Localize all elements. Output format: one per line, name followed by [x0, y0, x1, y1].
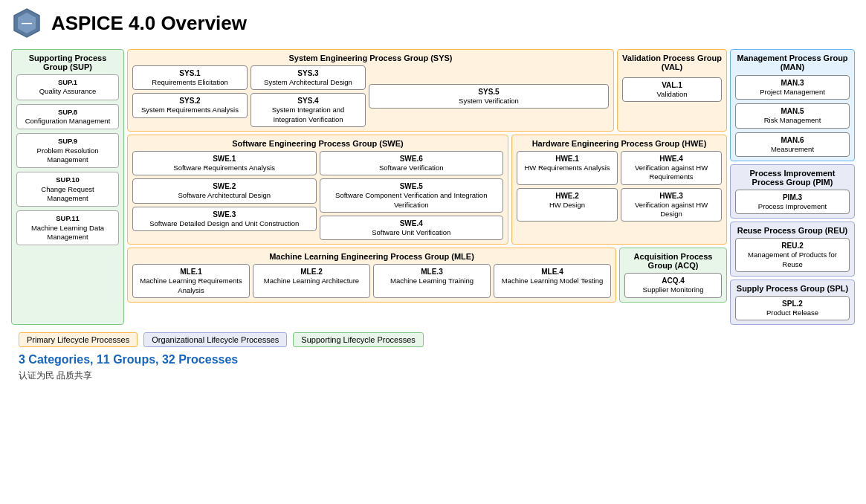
right-column: Management Process Group (MAN) MAN.3 Pro…: [730, 49, 855, 325]
swe3-box: SWE.3 Software Detailed Design and Unit …: [132, 207, 317, 231]
hwe3-box: HWE.3 Verification against HW Design: [621, 188, 722, 222]
svg-text:—: —: [22, 17, 32, 29]
header: — ASPICE 4.0 Overview: [11, 7, 855, 39]
swe1-box: SWE.1 Software Requirements Analysis: [132, 151, 317, 175]
man-title: Management Process Group (MAN): [735, 54, 850, 71]
swe4-box: SWE.4 Software Unit Verification: [320, 216, 504, 240]
legend-primary: Primary Lifecycle Processes: [19, 332, 138, 347]
page-title: ASPICE 4.0 Overview: [51, 12, 247, 35]
center-column: System Engineering Process Group (SYS) S…: [127, 49, 727, 325]
man3-box: MAN.3 Project Management: [735, 75, 850, 100]
sys-group: System Engineering Process Group (SYS) S…: [127, 49, 614, 132]
spl-title: Supply Process Group (SPL): [735, 284, 850, 293]
man5-box: MAN.5 Risk Management: [735, 103, 850, 128]
swe-title: Software Engineering Process Group (SWE): [132, 139, 503, 148]
pim3-box: PIM.3 Process Improvement: [735, 190, 850, 214]
mle1-box: MLE.1 Machine Learning Requirements Anal…: [132, 264, 250, 298]
man-group: Management Process Group (MAN) MAN.3 Pro…: [730, 49, 855, 161]
acq-title: Acquisition Process Group (ACQ): [624, 252, 722, 270]
val-group: Validation Process Group (VAL) VAL.1 Val…: [617, 49, 727, 132]
sup8-box: SUP.8 Configuration Management: [16, 104, 119, 130]
mle-group: Machine Learning Engineering Process Gro…: [127, 248, 616, 303]
mle4-box: MLE.4 Machine Learning Model Testing: [494, 264, 611, 298]
sys5-box: SYS.5 System Verification: [369, 84, 609, 109]
legend-row: Primary Lifecycle Processes Organization…: [19, 332, 855, 347]
middle-row: Software Engineering Process Group (SWE)…: [127, 135, 727, 245]
sup1-box: SUP.1 Quality Assurance: [16, 74, 119, 100]
mle-title: Machine Learning Engineering Process Gro…: [132, 252, 611, 261]
top-row: System Engineering Process Group (SYS) S…: [127, 49, 727, 132]
sup-group: Supporting Process Group (SUP) SUP.1 Qua…: [11, 49, 124, 325]
hwe-title: Hardware Engineering Process Group (HWE): [517, 139, 722, 148]
swe5-box: SWE.5 Software Component Verification an…: [320, 178, 504, 213]
sys3-box: SYS.3 System Architectural Design: [251, 65, 366, 90]
bottom-row: Machine Learning Engineering Process Gro…: [127, 248, 727, 303]
sys2-box: SYS.2 System Requirements Analysis: [132, 93, 248, 117]
hwe-group: Hardware Engineering Process Group (HWE)…: [511, 135, 727, 245]
pim-group: Process Improvement Process Group (PIM) …: [730, 164, 855, 219]
pim-title: Process Improvement Process Group (PIM): [735, 169, 850, 187]
sup-items: SUP.1 Quality Assurance SUP.8 Configurat…: [16, 74, 119, 245]
swe-group: Software Engineering Process Group (SWE)…: [127, 135, 508, 245]
legend-supporting: Supporting Lifecycle Processes: [293, 332, 423, 347]
hwe1-box: HWE.1 HW Requirements Analysis: [517, 151, 618, 185]
footer-text: 认证为民 品质共享: [19, 369, 855, 382]
sup11-box: SUP.11 Machine Learning Data Management: [16, 210, 119, 245]
acq4-box: ACQ.4 Supplier Monitoring: [624, 273, 722, 297]
main-layout: Supporting Process Group (SUP) SUP.1 Qua…: [11, 49, 855, 325]
sys-title: System Engineering Process Group (SYS): [132, 54, 609, 62]
val1-box: VAL.1 Validation: [622, 77, 722, 102]
sup-column: Supporting Process Group (SUP) SUP.1 Qua…: [11, 49, 124, 325]
spl2-box: SPL.2 Product Release: [735, 296, 850, 320]
sup9-box: SUP.9 Problem Resolution Management: [16, 133, 119, 168]
spl-group: Supply Process Group (SPL) SPL.2 Product…: [730, 280, 855, 325]
hwe2-box: HWE.2 HW Design: [517, 188, 618, 222]
sup-title: Supporting Process Group (SUP): [16, 54, 119, 71]
mle3-box: MLE.3 Machine Learning Training: [373, 264, 491, 298]
reu2-box: REU.2 Management of Products for Reuse: [735, 238, 850, 272]
val-title: Validation Process Group (VAL): [622, 54, 722, 71]
mle2-box: MLE.2 Machine Learning Architecture: [253, 264, 370, 298]
man6-box: MAN.6 Measurement: [735, 132, 850, 157]
sys4-box: SYS.4 System Integration and Integration…: [251, 93, 366, 127]
summary-text: 3 Categories, 11 Groups, 32 Processes: [19, 353, 855, 366]
swe6-box: SWE.6 Software Verification: [320, 151, 504, 175]
reu-group: Reuse Process Group (REU) REU.2 Manageme…: [730, 222, 855, 277]
hwe4-box: HWE.4 Verification against HW Requiremen…: [621, 151, 722, 185]
sys1-box: SYS.1 Requirements Elicitation: [132, 65, 248, 90]
swe2-box: SWE.2 Software Architectural Design: [132, 178, 317, 203]
man-items: MAN.3 Project Management MAN.5 Risk Mana…: [735, 75, 850, 157]
sup10-box: SUP.10 Change Request Management: [16, 172, 119, 207]
reu-title: Reuse Process Group (REU): [735, 226, 850, 235]
acq-group: Acquisition Process Group (ACQ) ACQ.4 Su…: [619, 248, 727, 303]
legend-org: Organizational Lifecycle Processes: [143, 332, 287, 347]
aspice-logo: —: [11, 7, 42, 39]
